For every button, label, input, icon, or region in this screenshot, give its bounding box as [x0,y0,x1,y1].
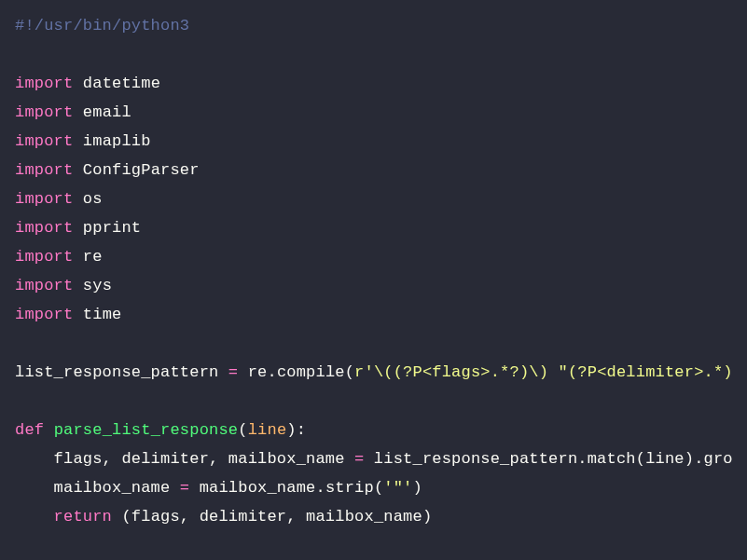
code-block: #!/usr/bin/python3 import datetime impor… [0,0,747,542]
keyword-import: import [15,75,73,92]
return-value: (flags, delimiter, mailbox_name) [112,508,432,526]
paren-open: ( [238,421,247,439]
module-datetime: datetime [73,75,160,92]
keyword-import: import [15,103,73,121]
call-match: match(line) [588,450,694,468]
dot: . [315,479,325,497]
paren-close: ): [286,421,306,439]
identifier: flags, delimiter, mailbox_name [15,450,354,468]
module-pprint: pprint [73,219,141,237]
identifier: gro [704,450,733,468]
keyword-import: import [15,248,73,266]
dot: . [694,450,703,468]
identifier: mailbox_name [15,479,180,497]
dot: . [267,363,276,381]
keyword-import: import [15,219,73,237]
string-literal: r'\((?P<flags>.*?)\) "(?P<delimiter>.*) [354,363,733,381]
function-name: parse_list_response [54,421,239,439]
shebang-line: #!/usr/bin/python3 [15,17,189,34]
module-time: time [73,306,121,323]
keyword-import: import [15,190,73,208]
operator-equals: = [354,450,364,468]
module-os: os [73,190,102,208]
string-literal: '"' [383,479,412,497]
keyword-import: import [15,277,73,294]
call-strip: strip( [325,479,383,497]
module-imaplib: imaplib [73,132,150,150]
keyword-import: import [15,306,73,323]
paren-close: ) [413,479,422,497]
module-sys: sys [73,277,112,294]
module-re: re [73,248,102,266]
indent [15,508,54,526]
identifier: list_response_pattern [364,450,577,468]
param-line: line [248,421,287,439]
keyword-def: def [15,421,44,439]
operator-equals: = [228,363,238,381]
keyword-return: return [54,508,112,526]
call-compile: compile( [277,363,354,381]
keyword-import: import [15,132,73,150]
space [44,421,53,439]
identifier: mailbox_name [189,479,315,497]
module-configparser: ConfigParser [73,161,199,179]
module-email: email [73,103,131,121]
dot: . [577,450,587,468]
operator-equals: = [180,479,189,497]
keyword-import: import [15,161,73,179]
identifier: re [238,363,267,381]
identifier: list_response_pattern [15,363,228,381]
